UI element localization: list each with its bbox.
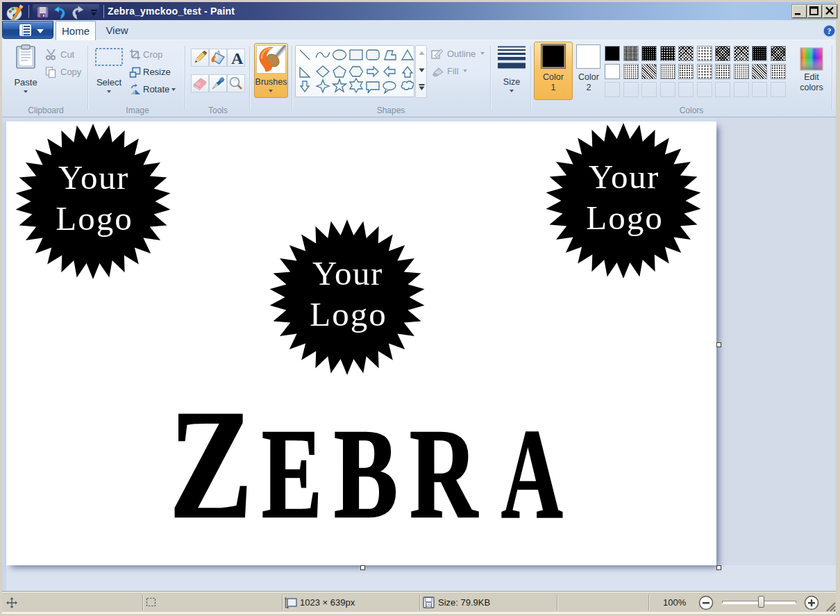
svg-text:?: ?	[828, 26, 832, 36]
svg-text:101: 101	[426, 603, 432, 608]
